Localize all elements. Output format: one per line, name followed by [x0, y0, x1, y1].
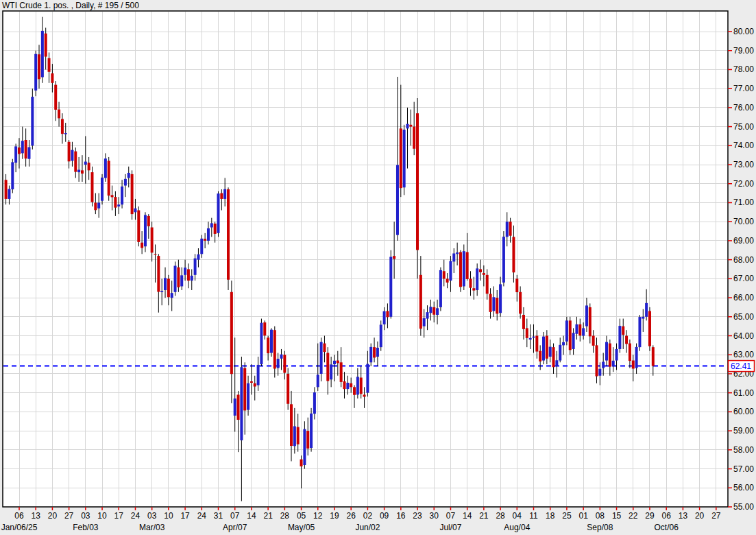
candle-body-down — [632, 361, 635, 369]
candle-body-down — [51, 73, 53, 83]
candle-body-up — [380, 324, 382, 347]
y-axis-label: 68.00 — [733, 255, 754, 265]
candle-body-up — [180, 275, 183, 286]
candle-body-down — [290, 404, 293, 446]
candle-body-down — [108, 160, 110, 195]
candle-body-down — [539, 351, 541, 361]
candle-body-down — [111, 195, 114, 197]
candle-body-up — [320, 342, 323, 374]
candle-body-up — [184, 268, 186, 275]
x-axis-month-label: Aug/04 — [504, 523, 530, 532]
candle-body-down — [68, 142, 71, 162]
candle-body-down — [151, 228, 154, 253]
y-axis-label: 76.00 — [733, 103, 754, 112]
candle-body-up — [426, 312, 429, 318]
candle-body-down — [337, 361, 339, 364]
x-axis-day-label: 26 — [347, 511, 356, 521]
candle-body-down — [254, 383, 256, 387]
candle-body-up — [642, 317, 644, 319]
candle-body-down — [214, 224, 217, 234]
candle-body-down — [629, 344, 631, 361]
candle — [217, 191, 219, 237]
candle-body-up — [406, 124, 409, 129]
y-axis-label: 72.00 — [733, 179, 754, 189]
candle-body-up — [260, 323, 263, 364]
candle-body-down — [509, 222, 512, 236]
candle-body-up — [499, 284, 502, 313]
x-axis-day-label: 21 — [263, 511, 273, 521]
candle-body-down — [131, 174, 134, 214]
candle-body-up — [194, 259, 197, 275]
candle — [31, 88, 34, 150]
candle-body-up — [174, 266, 177, 292]
candle — [286, 368, 289, 410]
last-price-label: 62.41 — [729, 361, 755, 372]
x-axis-day-label: 20 — [695, 511, 705, 521]
candle-body-up — [134, 209, 136, 213]
candle-body-down — [535, 336, 538, 352]
candle-body-up — [559, 345, 561, 361]
x-axis-month-label: Jan/06/25 — [1, 523, 38, 532]
candle-body-up — [160, 291, 163, 292]
candle-body-down — [578, 324, 581, 335]
candle-body-down — [25, 140, 27, 158]
candle-body-down — [343, 381, 345, 389]
candle-body-down — [483, 273, 485, 275]
candle-body-down — [443, 271, 446, 278]
candle — [569, 317, 572, 355]
candle-body-down — [114, 197, 117, 208]
y-axis-label: 58.00 — [733, 445, 754, 455]
candle — [439, 268, 442, 311]
candle-body-down — [61, 119, 64, 134]
candle — [459, 250, 462, 292]
candle-body-down — [326, 353, 329, 381]
candle-body-up — [575, 324, 578, 334]
candle-body-down — [486, 275, 489, 294]
candle — [101, 174, 103, 204]
candle-body-up — [529, 338, 532, 340]
candle-body-down — [652, 347, 655, 366]
y-axis-label: 56.00 — [733, 483, 754, 492]
x-axis-day-label: 12 — [313, 511, 323, 521]
candle-body-down — [45, 34, 47, 57]
candle-body-up — [21, 141, 24, 153]
candle — [310, 408, 313, 452]
candle-body-up — [638, 317, 641, 347]
candle-body-up — [383, 311, 386, 324]
candle-body-up — [8, 189, 10, 199]
candle-body-up — [602, 361, 605, 368]
candle-body-up — [555, 360, 558, 366]
y-axis-label: 73.00 — [733, 160, 754, 169]
candle-body-up — [310, 414, 313, 448]
y-axis-label: 66.00 — [733, 293, 754, 302]
candle-body-down — [393, 256, 395, 259]
candle — [502, 231, 505, 286]
candle-body-up — [492, 297, 495, 311]
candle-body-down — [54, 85, 57, 110]
candle-body-down — [589, 307, 592, 336]
candle-body-up — [423, 318, 426, 326]
plot-area[interactable] — [3, 11, 728, 507]
candle-body-down — [386, 311, 389, 317]
candle-body-up — [223, 189, 226, 199]
candle-body-up — [502, 237, 505, 283]
candlestick-chart-canvas[interactable]: 55.0056.0057.0058.0059.0060.0061.0062.00… — [0, 0, 756, 535]
candle-body-down — [340, 362, 343, 382]
candle-body-up — [270, 330, 273, 353]
y-axis-label: 64.00 — [733, 331, 754, 341]
candle — [131, 170, 134, 219]
candle-body-down — [622, 326, 624, 335]
x-axis-day-label: 14 — [247, 511, 256, 521]
candle-body-up — [403, 130, 406, 187]
candle — [227, 187, 230, 290]
x-axis-month-label: Oct/06 — [655, 523, 679, 532]
candle-body-down — [147, 216, 150, 226]
candle-body-up — [207, 228, 210, 241]
candle-body-up — [77, 170, 80, 173]
candle-body-down — [286, 374, 289, 404]
candle-body-down — [472, 288, 475, 290]
candle-body-down — [496, 298, 498, 313]
x-axis-day-label: 17 — [180, 511, 190, 521]
candle-body-down — [609, 344, 611, 367]
x-axis-day-label: 31 — [214, 511, 223, 521]
